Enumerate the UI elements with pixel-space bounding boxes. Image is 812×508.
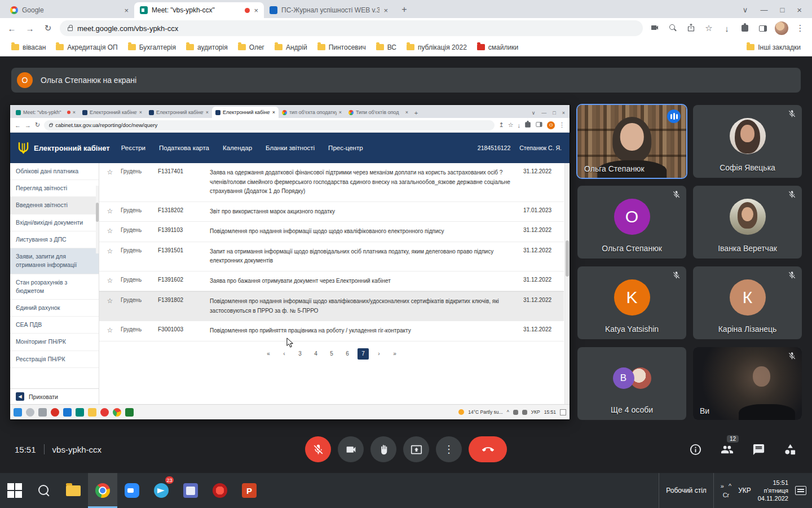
tab-search-chevron-icon[interactable]: ∨ [743, 6, 748, 14]
camera-in-use-icon[interactable] [648, 23, 661, 34]
zoom-icon[interactable] [667, 24, 679, 33]
tax-nav-item[interactable]: Прес-центр [328, 144, 363, 151]
shared-folder-icon[interactable] [88, 408, 96, 417]
tax-sidebar-item[interactable]: СЕА ПДВ [10, 317, 99, 334]
browser-tab[interactable]: ПС-Журнал успішності WEB v.3 × [264, 2, 394, 18]
shared-tab-close-icon[interactable]: × [73, 110, 76, 115]
pagination-item[interactable]: 7 [358, 348, 369, 360]
start-button[interactable] [0, 473, 29, 508]
browser-tab[interactable]: Google × [5, 2, 134, 18]
participant-tile[interactable]: К К Каріна Лізанець [693, 266, 802, 339]
participant-tile[interactable]: Ольга Степанюк [577, 105, 686, 178]
participants-button[interactable]: 12 [720, 442, 734, 457]
report-description[interactable]: Запит на отримання інформації щодо відпо… [210, 247, 523, 266]
shared-maximize-button[interactable]: □ [553, 110, 555, 116]
report-description[interactable]: Заява на одержання додаткової фінансової… [210, 168, 523, 196]
shared-start-icon[interactable] [14, 408, 22, 417]
pagination-item[interactable]: 4 [310, 348, 321, 360]
favorite-star-icon[interactable]: ☆ [99, 277, 121, 286]
tray-more-icon[interactable]: » [721, 483, 724, 489]
tab-close-icon[interactable]: × [124, 6, 129, 15]
shared-clock[interactable]: 15:51 [544, 409, 556, 415]
shared-tab-close-icon[interactable]: × [339, 110, 342, 115]
other-bookmarks-button[interactable]: Інші закладки [742, 41, 805, 54]
favorite-star-icon[interactable]: ☆ [99, 326, 121, 335]
report-code[interactable]: F1391602 [158, 277, 210, 283]
tray-cr-icon[interactable]: Cr [723, 492, 730, 498]
shared-share-icon[interactable]: ↥ [498, 121, 504, 129]
bookmark-item[interactable]: аудиторія [182, 41, 232, 54]
zoom-taskbar-button[interactable] [117, 473, 147, 508]
language-indicator[interactable]: УКР [738, 487, 751, 494]
tax-nav-item[interactable]: Бланки звітності [266, 144, 315, 151]
participant-tile[interactable]: Іванка Веретчак [693, 186, 802, 259]
new-tab-button[interactable]: + [397, 2, 412, 17]
shared-opera-icon[interactable] [51, 408, 59, 417]
scrollbar-thumb[interactable] [566, 240, 569, 277]
bookmark-item[interactable]: Пинтосевич [313, 41, 370, 54]
shared-forward-button[interactable]: → [25, 122, 31, 129]
participant-tile[interactable]: Софія Явецька [693, 105, 802, 178]
report-row[interactable]: ☆ Грудень F1317401 Заява на одержання до… [99, 163, 564, 202]
side-panel-icon[interactable] [757, 24, 769, 33]
bookmark-item[interactable]: Бухгалтерія [123, 41, 180, 54]
browser-menu-icon[interactable]: ⋮ [794, 23, 806, 33]
meeting-details-button[interactable] [688, 442, 703, 457]
bookmark-item[interactable]: Андрій [270, 41, 312, 54]
report-row[interactable]: ☆ Грудень F3001003 Повідомлення про прий… [99, 321, 564, 341]
favorite-star-icon[interactable]: ☆ [99, 227, 121, 236]
shared-bookmark-star-icon[interactable]: ☆ [508, 121, 514, 129]
report-code[interactable]: F1391103 [158, 227, 210, 233]
chrome-taskbar-button[interactable] [88, 473, 117, 508]
messenger-taskbar-button[interactable]: 23 [147, 473, 176, 508]
favorite-star-icon[interactable]: ☆ [99, 168, 121, 177]
report-code[interactable]: F1317401 [158, 168, 210, 174]
forward-button[interactable]: → [24, 24, 36, 33]
shared-language-indicator[interactable]: УКР [531, 409, 540, 415]
pagination-item[interactable]: › [373, 348, 385, 360]
report-description[interactable]: Заява про бажання отримувати документ че… [210, 277, 523, 286]
tax-sidebar-item[interactable]: Реєстрація ПН/РК [10, 351, 99, 368]
participant-tile[interactable]: Ви [693, 347, 802, 420]
weather-text[interactable]: 14°C Partly su... [468, 409, 503, 415]
pagination-item[interactable]: 3 [294, 348, 306, 360]
shared-tab-close-icon[interactable]: × [405, 110, 408, 115]
downloads-icon[interactable]: ↓ [721, 24, 733, 33]
tax-sidebar-item[interactable]: Єдиний рахунок [10, 300, 99, 317]
taskbar-clock[interactable]: 15:51 п'ятниця 04.11.2022 [758, 479, 788, 503]
shared-browser-tab[interactable]: Електронний кабінет × [212, 107, 279, 118]
tax-account-id[interactable]: 2184516122 [478, 144, 510, 151]
shared-browser-tab[interactable]: Електронний кабінет × [79, 107, 145, 118]
report-description[interactable]: Повідомлення про прийняття працівника на… [210, 326, 523, 336]
raise-hand-button[interactable] [370, 436, 396, 462]
taskbar-search-button[interactable] [29, 473, 59, 508]
shared-new-tab-button[interactable]: + [412, 110, 421, 116]
shared-task-view-icon[interactable] [38, 408, 47, 417]
shared-browser-menu-icon[interactable]: ⋮ [559, 121, 565, 129]
bookmark-item[interactable]: смайлики [473, 41, 523, 54]
shared-search-icon[interactable] [26, 408, 34, 417]
screen-recorder-button[interactable] [205, 473, 235, 508]
shared-browser-tab[interactable]: Meet: "vbs-ypkh" × [12, 107, 79, 118]
shared-side-panel-icon[interactable] [535, 121, 543, 129]
share-icon[interactable] [685, 23, 697, 33]
bookmark-item[interactable]: вівасан [7, 41, 50, 54]
file-explorer-button[interactable] [59, 473, 88, 508]
tax-sidebar-item[interactable]: Стан розрахунків з бюджетом [10, 274, 99, 300]
powerpoint-button[interactable]: P [235, 473, 264, 508]
report-row[interactable]: ☆ Грудень F1391602 Заява про бажання отр… [99, 271, 564, 292]
shared-tab-close-icon[interactable]: × [272, 110, 275, 115]
tax-site-brand[interactable]: Електронний кабінет [18, 142, 110, 155]
report-row[interactable]: ☆ Грудень F1391103 Повідомлення про нада… [99, 222, 564, 242]
report-row[interactable]: ☆ Грудень F1391802 Повідомлення про нада… [99, 291, 564, 321]
shared-url-bar[interactable]: cabinet.tax.gov.ua/reporting/doc/new/que… [44, 120, 495, 130]
volume-icon[interactable] [522, 410, 527, 415]
favorite-star-icon[interactable]: ☆ [99, 207, 121, 216]
report-row[interactable]: ☆ Грудень F1391501 Запит на отримання ін… [99, 242, 564, 271]
tax-nav-item[interactable]: Податкова карта [159, 144, 209, 151]
shared-back-button[interactable]: ← [15, 122, 21, 129]
tax-sidebar-item[interactable]: Моніторинг ПН/РК [10, 334, 99, 351]
reload-button[interactable]: ↻ [42, 23, 54, 33]
shared-downloads-icon[interactable]: ↓ [518, 122, 521, 129]
chat-button[interactable] [751, 442, 766, 457]
